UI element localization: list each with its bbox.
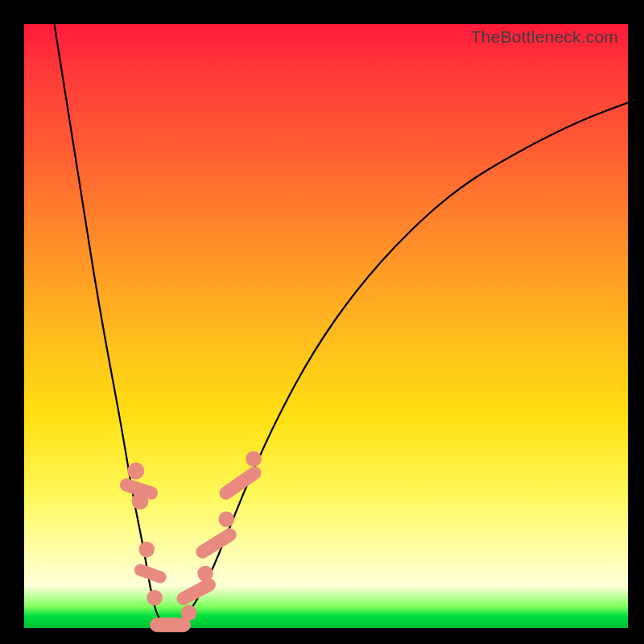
marker-dot	[246, 451, 262, 467]
marker-dot	[197, 566, 213, 582]
marker-dot	[219, 511, 235, 527]
marker-capsule	[217, 464, 264, 502]
bottleneck-curve	[55, 24, 629, 628]
marker-dot	[139, 542, 155, 558]
marker-capsule	[133, 562, 168, 584]
marker-dot	[181, 605, 197, 621]
marker-dot	[127, 463, 144, 480]
curve-layer	[24, 24, 628, 628]
chart-frame: TheBottleneck.com	[0, 0, 644, 644]
marker-capsule	[175, 576, 218, 607]
marker-dot	[147, 590, 163, 606]
marker-capsule	[193, 526, 238, 561]
plot-area: TheBottleneck.com	[24, 24, 628, 628]
curve-markers	[118, 451, 264, 632]
marker-capsule	[150, 617, 191, 632]
